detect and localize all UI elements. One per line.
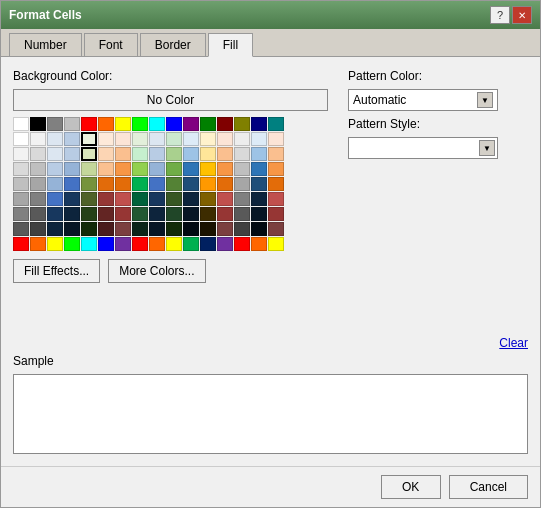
color-cell[interactable]	[132, 192, 148, 206]
color-cell[interactable]	[13, 177, 29, 191]
color-cell[interactable]	[47, 222, 63, 236]
color-cell[interactable]	[234, 177, 250, 191]
color-cell[interactable]	[268, 162, 284, 176]
color-cell[interactable]	[98, 162, 114, 176]
color-cell[interactable]	[251, 117, 267, 131]
color-cell[interactable]	[47, 117, 63, 131]
color-cell[interactable]	[251, 207, 267, 221]
color-cell[interactable]	[115, 117, 131, 131]
color-cell[interactable]	[132, 117, 148, 131]
pattern-color-dropdown[interactable]: Automatic ▼	[348, 89, 498, 111]
color-cell[interactable]	[81, 237, 97, 251]
color-cell[interactable]	[183, 207, 199, 221]
color-cell[interactable]	[183, 147, 199, 161]
color-cell[interactable]	[81, 222, 97, 236]
color-cell[interactable]	[30, 177, 46, 191]
no-color-button[interactable]: No Color	[13, 89, 328, 111]
color-cell[interactable]	[217, 207, 233, 221]
tab-fill[interactable]: Fill	[208, 33, 253, 57]
color-cell[interactable]	[268, 192, 284, 206]
color-cell[interactable]	[234, 192, 250, 206]
color-cell[interactable]	[234, 117, 250, 131]
color-cell[interactable]	[30, 132, 46, 146]
color-cell[interactable]	[217, 132, 233, 146]
tab-border[interactable]: Border	[140, 33, 206, 56]
color-cell[interactable]	[13, 132, 29, 146]
color-cell[interactable]	[81, 192, 97, 206]
color-cell[interactable]	[115, 147, 131, 161]
color-cell[interactable]	[251, 162, 267, 176]
color-cell[interactable]	[98, 207, 114, 221]
color-cell[interactable]	[251, 222, 267, 236]
color-cell[interactable]	[81, 162, 97, 176]
color-cell[interactable]	[183, 162, 199, 176]
color-cell[interactable]	[166, 237, 182, 251]
color-cell[interactable]	[149, 192, 165, 206]
color-cell[interactable]	[115, 222, 131, 236]
color-cell[interactable]	[217, 162, 233, 176]
color-cell[interactable]	[47, 162, 63, 176]
color-cell[interactable]	[47, 132, 63, 146]
color-cell[interactable]	[98, 132, 114, 146]
color-cell[interactable]	[64, 117, 80, 131]
color-cell[interactable]	[183, 132, 199, 146]
ok-button[interactable]: OK	[381, 475, 441, 499]
fill-effects-button[interactable]: Fill Effects...	[13, 259, 100, 283]
color-cell[interactable]	[81, 132, 97, 146]
color-cell[interactable]	[251, 147, 267, 161]
color-cell[interactable]	[268, 132, 284, 146]
color-cell[interactable]	[200, 237, 216, 251]
color-cell[interactable]	[115, 207, 131, 221]
color-cell[interactable]	[200, 177, 216, 191]
color-cell[interactable]	[200, 222, 216, 236]
color-cell[interactable]	[200, 162, 216, 176]
color-cell[interactable]	[64, 162, 80, 176]
color-cell[interactable]	[47, 207, 63, 221]
color-cell[interactable]	[217, 222, 233, 236]
tab-font[interactable]: Font	[84, 33, 138, 56]
color-cell[interactable]	[13, 222, 29, 236]
color-cell[interactable]	[30, 147, 46, 161]
help-button[interactable]: ?	[490, 6, 510, 24]
color-cell[interactable]	[149, 132, 165, 146]
color-cell[interactable]	[217, 147, 233, 161]
color-cell[interactable]	[115, 132, 131, 146]
color-cell[interactable]	[13, 237, 29, 251]
color-cell[interactable]	[81, 117, 97, 131]
color-cell[interactable]	[251, 192, 267, 206]
color-cell[interactable]	[268, 222, 284, 236]
color-cell[interactable]	[251, 177, 267, 191]
color-cell[interactable]	[13, 207, 29, 221]
color-cell[interactable]	[98, 177, 114, 191]
pattern-style-dropdown[interactable]: ▼	[348, 137, 498, 159]
color-cell[interactable]	[234, 147, 250, 161]
clear-button[interactable]: Clear	[499, 336, 528, 350]
color-cell[interactable]	[98, 237, 114, 251]
color-cell[interactable]	[13, 192, 29, 206]
color-cell[interactable]	[166, 222, 182, 236]
color-cell[interactable]	[98, 222, 114, 236]
color-cell[interactable]	[132, 132, 148, 146]
color-cell[interactable]	[47, 147, 63, 161]
color-cell[interactable]	[217, 192, 233, 206]
color-cell[interactable]	[217, 237, 233, 251]
color-cell[interactable]	[234, 222, 250, 236]
color-cell[interactable]	[64, 222, 80, 236]
color-cell[interactable]	[217, 177, 233, 191]
color-cell[interactable]	[30, 237, 46, 251]
color-cell[interactable]	[166, 207, 182, 221]
color-cell[interactable]	[115, 162, 131, 176]
color-cell[interactable]	[234, 132, 250, 146]
color-cell[interactable]	[115, 177, 131, 191]
color-cell[interactable]	[200, 147, 216, 161]
color-cell[interactable]	[149, 117, 165, 131]
color-cell[interactable]	[268, 177, 284, 191]
more-colors-button[interactable]: More Colors...	[108, 259, 205, 283]
color-cell[interactable]	[132, 162, 148, 176]
color-cell[interactable]	[64, 192, 80, 206]
color-cell[interactable]	[183, 192, 199, 206]
color-cell[interactable]	[234, 162, 250, 176]
color-cell[interactable]	[166, 177, 182, 191]
color-cell[interactable]	[268, 207, 284, 221]
color-cell[interactable]	[149, 207, 165, 221]
